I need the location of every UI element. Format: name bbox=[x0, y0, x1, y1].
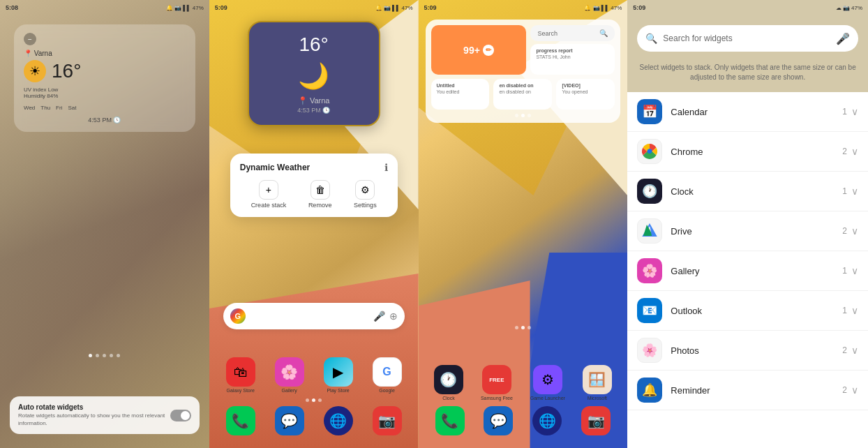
search-magnifier-icon: 🔍 bbox=[645, 33, 657, 44]
dock-phone[interactable]: 📞 bbox=[226, 406, 255, 435]
gallery-count: 1 bbox=[842, 266, 847, 276]
status-time-3: 5:09 bbox=[424, 4, 437, 11]
play-store-label: Play Store bbox=[327, 388, 349, 393]
phone-icon-p3: 📞 bbox=[435, 406, 465, 435]
widget-list-item-reminder[interactable]: 🔔 Reminder 2 ∨ bbox=[627, 371, 868, 410]
chrome-app-name: Chrome bbox=[671, 147, 842, 157]
dock-messages[interactable]: 💬 bbox=[275, 406, 304, 435]
phone-panel-2: 5:09 🔔 📷 ▌▌ 47% 16° 🌙 📍 Varna 4:53 PM 🕓 … bbox=[209, 0, 419, 448]
app-samsung-free[interactable]: FREE Samsung Free bbox=[481, 365, 513, 401]
samsung-free-icon: FREE bbox=[482, 365, 511, 394]
weather-details: UV index Low Humidity 84% bbox=[24, 87, 186, 99]
dock-phone-p3[interactable]: 📞 bbox=[435, 406, 465, 435]
weather-temperature: 16° bbox=[52, 60, 81, 82]
clock-label: Clock bbox=[442, 396, 455, 401]
app-dock-panel2: 🛍 Galaxy Store 🌸 Gallery ▶ Play Store G … bbox=[216, 357, 412, 441]
google-icon: G bbox=[373, 357, 402, 387]
weather-widget-panel1[interactable]: − 📍 Varna ☀ 16° UV index Low Humidity 84… bbox=[14, 24, 195, 132]
drive-chevron: ∨ bbox=[851, 225, 858, 237]
galaxy-store-icon: 🛍 bbox=[226, 357, 255, 387]
phone-icon: 📞 bbox=[226, 406, 255, 435]
chrome-chevron: ∨ bbox=[851, 146, 858, 157]
weather-location: 📍 Varna bbox=[24, 50, 186, 57]
status-bar-3: 5:09 🔔 📷 ▌▌ 47% bbox=[419, 0, 628, 15]
popup-info-icon[interactable]: ℹ bbox=[384, 162, 388, 173]
gallery-app-name: Gallery bbox=[671, 266, 842, 276]
widget-list-item-outlook[interactable]: 📧 Outlook 1 ∨ bbox=[627, 291, 868, 331]
settings-action[interactable]: ⚙ Settings bbox=[354, 180, 377, 209]
auto-rotate-toggle[interactable] bbox=[170, 410, 191, 421]
toggle-thumb bbox=[181, 411, 190, 420]
status-icons-3: 🔔 📷 ▌▌ 47% bbox=[584, 5, 622, 11]
app-microsoft[interactable]: 🪟 Microsoft bbox=[583, 365, 612, 401]
dock-internet-p3[interactable]: 🌐 bbox=[532, 406, 562, 435]
status-icons-1: 🔔 📷 ▌▌ 47% bbox=[166, 5, 204, 11]
drive-count: 2 bbox=[842, 226, 847, 236]
search-bar-panel2[interactable]: G 🎤 ⊕ bbox=[223, 303, 405, 329]
mic-icon[interactable]: 🎤 bbox=[373, 311, 385, 322]
drive-app-icon bbox=[637, 218, 662, 244]
widget-list-item-chrome[interactable]: Chrome 2 ∨ bbox=[627, 132, 868, 172]
widget-picker-header: 🔍 Search for widgets 🎤 bbox=[627, 15, 868, 59]
minimize-button[interactable]: − bbox=[24, 33, 36, 45]
app-play-store[interactable]: ▶ Play Store bbox=[324, 357, 353, 393]
widget-doc-1: Untitled You edited bbox=[431, 79, 490, 110]
widget-row-2: Untitled You edited en disabled on en di… bbox=[431, 79, 615, 110]
outlook-app-name: Outlook bbox=[671, 306, 842, 316]
widget-search-placeholder: Search for widgets bbox=[663, 33, 830, 43]
google-label: Google bbox=[379, 388, 395, 393]
app-gallery[interactable]: 🌸 Gallery bbox=[275, 357, 304, 393]
photos-chevron: ∨ bbox=[851, 345, 858, 356]
auto-rotate-title: Auto rotate widgets bbox=[18, 403, 170, 411]
widget-list-item-gallery[interactable]: 🌸 Gallery 1 ∨ bbox=[627, 251, 868, 291]
internet-icon-p3: 🌐 bbox=[532, 406, 562, 435]
outlook-count: 1 bbox=[842, 306, 847, 315]
google-logo: G bbox=[230, 308, 246, 324]
widget-list-item-photos[interactable]: 🌸 Photos 2 ∨ bbox=[627, 331, 868, 371]
widget-mic-icon[interactable]: 🎤 bbox=[836, 32, 850, 45]
settings-icon: ⚙ bbox=[355, 180, 375, 200]
app-galaxy-store[interactable]: 🛍 Galaxy Store bbox=[226, 357, 255, 393]
weather-card-panel2[interactable]: 16° 🌙 📍 Varna 4:53 PM 🕓 bbox=[248, 21, 380, 126]
calendar-count: 1 bbox=[842, 107, 847, 117]
app-google[interactable]: G Google bbox=[373, 357, 402, 393]
weather-time: 4:53 PM 🕓 bbox=[24, 117, 186, 124]
app-row-1: 🛍 Galaxy Store 🌸 Gallery ▶ Play Store G … bbox=[216, 357, 412, 393]
create-stack-label: Create stack bbox=[251, 202, 287, 209]
outlook-app-icon: 📧 bbox=[637, 298, 662, 323]
widget-list-item-clock[interactable]: 🕐 Clock 1 ∨ bbox=[627, 172, 868, 211]
reminder-count: 2 bbox=[842, 385, 847, 395]
dock-internet[interactable]: 🌐 bbox=[324, 406, 353, 435]
widget-search-bar[interactable]: 🔍 Search for widgets 🎤 bbox=[637, 25, 858, 52]
widget-list-item-calendar[interactable]: 📅 Calendar 1 ∨ bbox=[627, 92, 868, 132]
app-game-launcher[interactable]: ⚙ Game Launcher bbox=[530, 365, 565, 401]
search-widget[interactable]: Search 🔍 bbox=[530, 25, 615, 41]
dock-messages-p3[interactable]: 💬 bbox=[484, 406, 513, 435]
status-time-4: 5:09 bbox=[633, 4, 645, 11]
create-stack-action[interactable]: + Create stack bbox=[251, 180, 287, 209]
app-clock[interactable]: 🕐 Clock bbox=[434, 365, 463, 401]
page-dots-1 bbox=[0, 354, 209, 357]
status-time-2: 5:09 bbox=[215, 4, 227, 11]
phone-panel-3: 5:09 🔔 📷 ▌▌ 47% 99+ ✏ Search 🔍 progress … bbox=[419, 0, 628, 448]
popup-title: Dynamic Weather bbox=[240, 163, 310, 172]
gallery-label: Gallery bbox=[282, 388, 297, 393]
reminder-app-icon: 🔔 bbox=[637, 378, 662, 403]
widget-stack-panel3[interactable]: 99+ ✏ Search 🔍 progress report STATS Hi,… bbox=[426, 20, 621, 123]
photos-app-icon: 🌸 bbox=[637, 338, 662, 363]
microsoft-label: Microsoft bbox=[588, 396, 607, 401]
status-bar-2: 5:09 🔔 📷 ▌▌ 47% bbox=[209, 0, 419, 15]
widget-list-item-drive[interactable]: Drive 2 ∨ bbox=[627, 211, 868, 251]
dock-camera[interactable]: 📷 bbox=[373, 406, 402, 435]
chrome-app-icon bbox=[637, 139, 662, 164]
bottom-panel3: 🕐 Clock FREE Samsung Free ⚙ Game Launche… bbox=[426, 365, 621, 441]
weather-card-moon-icon: 🌙 bbox=[260, 61, 368, 91]
gallery-icon: 🌸 bbox=[275, 357, 304, 387]
game-launcher-label: Game Launcher bbox=[530, 396, 565, 401]
lens-icon[interactable]: ⊕ bbox=[389, 311, 398, 322]
status-bar-4: 5:09 ☁ 📷 47% bbox=[627, 0, 868, 15]
widget-dots bbox=[431, 114, 615, 117]
page-dots-3 bbox=[419, 326, 628, 329]
remove-action[interactable]: 🗑 Remove bbox=[308, 180, 332, 209]
dock-camera-p3[interactable]: 📷 bbox=[581, 406, 611, 435]
